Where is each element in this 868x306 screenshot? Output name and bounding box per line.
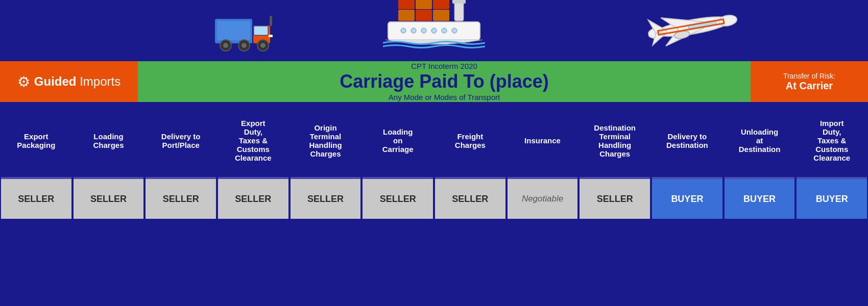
ship-icon	[383, 0, 485, 61]
incoterm-subtitle: CPT Incoterm 2020	[411, 62, 477, 70]
logo-icon: ⚙	[17, 73, 30, 90]
col-cell-0: SELLER	[1, 178, 71, 219]
incoterm-modes: Any Mode or Modes of Transport	[389, 93, 500, 101]
col-cell-4: SELLER	[291, 178, 361, 219]
truck-icon	[214, 6, 276, 61]
col-cell-2: SELLER	[146, 178, 216, 219]
col-cell-1: SELLER	[74, 178, 144, 219]
col-1: Loading ChargesSELLER	[73, 103, 145, 220]
col-8: Destination Terminal Handling ChargesSEL…	[578, 103, 651, 220]
col-header-6: Freight Charges	[435, 104, 505, 178]
risk-section: Transfer of Risk: At Carrier	[751, 61, 868, 102]
logo-imports: Imports	[76, 74, 120, 88]
svg-rect-12	[398, 0, 415, 9]
svg-rect-14	[433, 0, 449, 9]
col-11: Import Duty, Taxes & Customs ClearanceBU…	[795, 103, 868, 220]
col-cell-11: BUYER	[797, 178, 867, 219]
col-6: Freight ChargesSELLER	[434, 103, 507, 220]
svg-rect-16	[416, 10, 432, 21]
col-header-9: Delivery to Destination	[652, 104, 722, 178]
incoterm-title: Carriage Paid To (place)	[340, 71, 548, 92]
svg-rect-11	[269, 35, 273, 37]
logo-guided: Guided	[34, 74, 77, 88]
col-3: Export Duty, Taxes & Customs ClearanceSE…	[217, 103, 290, 220]
icons-row	[0, 0, 868, 61]
col-header-3: Export Duty, Taxes & Customs Clearance	[218, 104, 288, 178]
col-cell-9: BUYER	[652, 178, 722, 219]
col-cell-3: SELLER	[218, 178, 288, 219]
svg-point-26	[452, 28, 457, 33]
svg-point-25	[442, 28, 447, 33]
col-header-7: Insurance	[508, 104, 578, 178]
svg-point-21	[401, 28, 406, 33]
svg-rect-15	[398, 10, 415, 21]
col-header-2: Delivery to Port/Place	[146, 104, 216, 178]
col-2: Delivery to Port/PlaceSELLER	[144, 103, 217, 220]
col-0: Export PackagingSELLER	[0, 103, 73, 220]
col-header-10: Unloading at Destination	[725, 104, 795, 178]
svg-rect-13	[416, 0, 432, 9]
col-4: Origin Terminal Handling ChargesSELLER	[290, 103, 362, 220]
col-cell-5: SELLER	[363, 178, 433, 219]
svg-point-22	[411, 28, 416, 33]
col-cell-10: BUYER	[725, 178, 795, 219]
col-cell-7: Negotiable	[508, 178, 578, 219]
col-header-11: Import Duty, Taxes & Customs Clearance	[797, 104, 867, 178]
svg-rect-17	[433, 10, 449, 21]
svg-point-23	[421, 28, 426, 33]
col-5: Loading on CarriageSELLER	[361, 103, 434, 220]
svg-rect-2	[254, 26, 268, 35]
risk-label: Transfer of Risk:	[783, 72, 835, 80]
center-banner: CPT Incoterm 2020 Carriage Paid To (plac…	[138, 61, 751, 102]
svg-point-5	[223, 43, 228, 48]
logo-section: ⚙ Guided Imports	[0, 61, 138, 102]
svg-point-7	[242, 43, 247, 48]
header-banner: ⚙ Guided Imports CPT Incoterm 2020 Carri…	[0, 61, 868, 102]
col-10: Unloading at DestinationBUYER	[724, 103, 796, 220]
svg-rect-10	[270, 16, 272, 26]
col-header-4: Origin Terminal Handling Charges	[291, 104, 361, 178]
col-7: InsuranceNegotiable	[507, 103, 579, 220]
svg-rect-19	[452, 0, 466, 4]
col-cell-8: SELLER	[580, 178, 650, 219]
col-cell-6: SELLER	[435, 178, 505, 219]
logo-text: Guided Imports	[34, 74, 120, 89]
svg-rect-3	[217, 21, 250, 40]
col-header-0: Export Packaging	[1, 104, 71, 178]
col-header-8: Destination Terminal Handling Charges	[580, 104, 650, 178]
svg-point-9	[260, 43, 266, 48]
col-header-5: Loading on Carriage	[363, 104, 433, 178]
col-header-1: Loading Charges	[74, 104, 144, 178]
page-wrapper: ⚙ Guided Imports CPT Incoterm 2020 Carri…	[0, 0, 868, 250]
plane-icon	[645, 0, 744, 64]
svg-point-24	[431, 28, 437, 33]
table-container: Export PackagingSELLERLoading ChargesSEL…	[0, 103, 868, 220]
svg-point-28	[718, 14, 738, 27]
col-9: Delivery to DestinationBUYER	[651, 103, 724, 220]
risk-value: At Carrier	[786, 80, 833, 92]
